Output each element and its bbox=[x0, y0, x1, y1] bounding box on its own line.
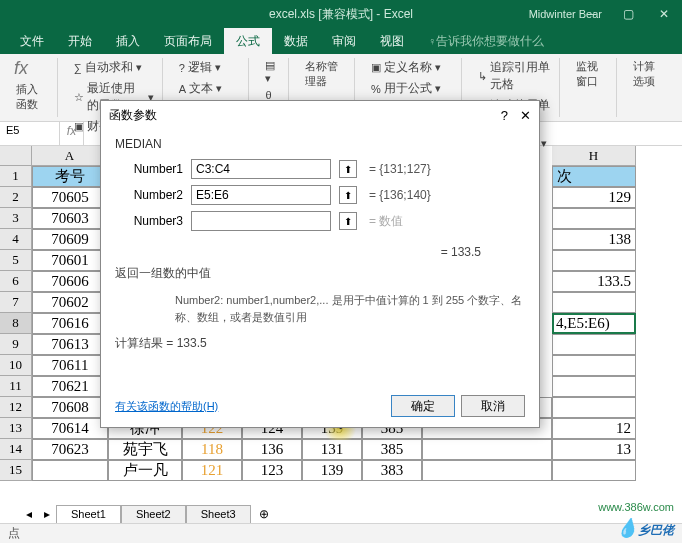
row-header[interactable]: 13 bbox=[0, 418, 32, 439]
cell[interactable]: 70602 bbox=[32, 292, 108, 313]
tab-review[interactable]: 审阅 bbox=[320, 28, 368, 54]
cell[interactable] bbox=[32, 460, 108, 481]
ok-button[interactable]: 确定 bbox=[391, 395, 455, 417]
tab-insert[interactable]: 插入 bbox=[104, 28, 152, 54]
define-name-button[interactable]: ▣ 定义名称 ▾ bbox=[369, 58, 455, 77]
name-box[interactable]: E5 bbox=[0, 122, 60, 145]
range-picker-icon[interactable]: ⬆ bbox=[339, 186, 357, 204]
cell[interactable]: 121 bbox=[182, 460, 242, 481]
sheet-tab[interactable]: Sheet2 bbox=[121, 505, 186, 523]
cell[interactable]: 70608 bbox=[32, 397, 108, 418]
cell[interactable]: 70606 bbox=[32, 271, 108, 292]
cell[interactable]: 138 bbox=[552, 229, 636, 250]
cell[interactable]: 139 bbox=[302, 460, 362, 481]
arg-input-3[interactable] bbox=[191, 211, 331, 231]
row-header[interactable]: 4 bbox=[0, 229, 32, 250]
cell[interactable]: 13 bbox=[552, 439, 636, 460]
close-icon[interactable]: ✕ bbox=[520, 108, 531, 123]
row-header[interactable]: 14 bbox=[0, 439, 32, 460]
cell[interactable]: 385 bbox=[362, 439, 422, 460]
cell[interactable]: 118 bbox=[182, 439, 242, 460]
row-header[interactable]: 15 bbox=[0, 460, 32, 481]
row-header[interactable]: 6 bbox=[0, 271, 32, 292]
watch-window-button[interactable]: 监视窗口 bbox=[574, 58, 611, 90]
autosum-button[interactable]: ∑ 自动求和 ▾ bbox=[72, 58, 156, 77]
row-header[interactable]: 9 bbox=[0, 334, 32, 355]
cell[interactable]: 70605 bbox=[32, 187, 108, 208]
lookup-button[interactable]: ▤ ▾ bbox=[263, 58, 281, 86]
row-header[interactable]: 1 bbox=[0, 166, 32, 187]
tab-view[interactable]: 视图 bbox=[368, 28, 416, 54]
fx-icon[interactable]: fx bbox=[60, 122, 84, 145]
col-header-a[interactable]: A bbox=[32, 146, 108, 166]
cell[interactable]: 70614 bbox=[32, 418, 108, 439]
cell[interactable]: 123 bbox=[242, 460, 302, 481]
cell[interactable]: 70616 bbox=[32, 313, 108, 334]
sheet-tab[interactable]: Sheet1 bbox=[56, 505, 121, 523]
row-header[interactable]: 8 bbox=[0, 313, 32, 334]
maximize-button[interactable]: ▢ bbox=[610, 0, 646, 28]
row-header[interactable]: 12 bbox=[0, 397, 32, 418]
cell[interactable] bbox=[552, 460, 636, 481]
cell[interactable] bbox=[422, 439, 552, 460]
row-header[interactable]: 7 bbox=[0, 292, 32, 313]
cell[interactable]: 12 bbox=[552, 418, 636, 439]
function-help-link[interactable]: 有关该函数的帮助(H) bbox=[115, 399, 218, 414]
row-header[interactable]: 10 bbox=[0, 355, 32, 376]
logical-button[interactable]: ? 逻辑 ▾ bbox=[177, 58, 243, 77]
cell[interactable]: 133.5 bbox=[552, 271, 636, 292]
tell-me[interactable]: ♀ 告诉我你想要做什么 bbox=[416, 28, 556, 54]
cancel-button[interactable]: 取消 bbox=[461, 395, 525, 417]
cell[interactable]: 次 bbox=[552, 166, 636, 187]
cell[interactable]: 考号 bbox=[32, 166, 108, 187]
cell[interactable] bbox=[422, 460, 552, 481]
cell[interactable]: 70621 bbox=[32, 376, 108, 397]
range-picker-icon[interactable]: ⬆ bbox=[339, 160, 357, 178]
cell[interactable]: 70623 bbox=[32, 439, 108, 460]
add-sheet-button[interactable]: ⊕ bbox=[251, 505, 277, 523]
tab-nav-next[interactable]: ▸ bbox=[38, 505, 56, 523]
cell[interactable] bbox=[552, 334, 636, 355]
help-icon[interactable]: ? bbox=[501, 108, 508, 123]
cell[interactable] bbox=[552, 355, 636, 376]
cell[interactable] bbox=[552, 292, 636, 313]
cell-active[interactable]: 4,E5:E6) bbox=[552, 313, 636, 334]
cell[interactable]: 70603 bbox=[32, 208, 108, 229]
calc-options-button[interactable]: 计算选项 bbox=[631, 58, 668, 90]
cell[interactable]: 136 bbox=[242, 439, 302, 460]
cell[interactable]: 苑宇飞 bbox=[108, 439, 182, 460]
select-all-cell[interactable] bbox=[0, 146, 32, 166]
name-manager-button[interactable]: 名称管理器 bbox=[303, 58, 348, 90]
tab-home[interactable]: 开始 bbox=[56, 28, 104, 54]
cell[interactable] bbox=[552, 250, 636, 271]
insert-function-button[interactable]: 插入函数 bbox=[14, 81, 51, 113]
row-header[interactable]: 5 bbox=[0, 250, 32, 271]
tab-formula[interactable]: 公式 bbox=[224, 28, 272, 54]
cell[interactable]: 131 bbox=[302, 439, 362, 460]
range-picker-icon[interactable]: ⬆ bbox=[339, 212, 357, 230]
use-in-formula-button[interactable]: % 用于公式 ▾ bbox=[369, 79, 455, 98]
tab-layout[interactable]: 页面布局 bbox=[152, 28, 224, 54]
cell[interactable]: 383 bbox=[362, 460, 422, 481]
close-button[interactable]: ✕ bbox=[646, 0, 682, 28]
cell[interactable]: 70611 bbox=[32, 355, 108, 376]
dialog-titlebar[interactable]: 函数参数 ? ✕ bbox=[101, 101, 539, 129]
text-button[interactable]: A 文本 ▾ bbox=[177, 79, 243, 98]
cell[interactable]: 70609 bbox=[32, 229, 108, 250]
cell[interactable]: 129 bbox=[552, 187, 636, 208]
cell[interactable]: 70613 bbox=[32, 334, 108, 355]
cell[interactable]: 卢一凡 bbox=[108, 460, 182, 481]
cell[interactable] bbox=[552, 208, 636, 229]
row-header[interactable]: 11 bbox=[0, 376, 32, 397]
tab-data[interactable]: 数据 bbox=[272, 28, 320, 54]
minimize-button[interactable]: ─ bbox=[574, 0, 610, 28]
col-header-h[interactable]: H bbox=[552, 146, 636, 166]
arg-input-2[interactable] bbox=[191, 185, 331, 205]
insert-function-icon[interactable]: fx bbox=[14, 58, 51, 79]
cell[interactable] bbox=[552, 376, 636, 397]
tab-nav-prev[interactable]: ◂ bbox=[20, 505, 38, 523]
cell[interactable]: 70601 bbox=[32, 250, 108, 271]
row-header[interactable]: 2 bbox=[0, 187, 32, 208]
sheet-tab[interactable]: Sheet3 bbox=[186, 505, 251, 523]
cell[interactable] bbox=[552, 397, 636, 418]
